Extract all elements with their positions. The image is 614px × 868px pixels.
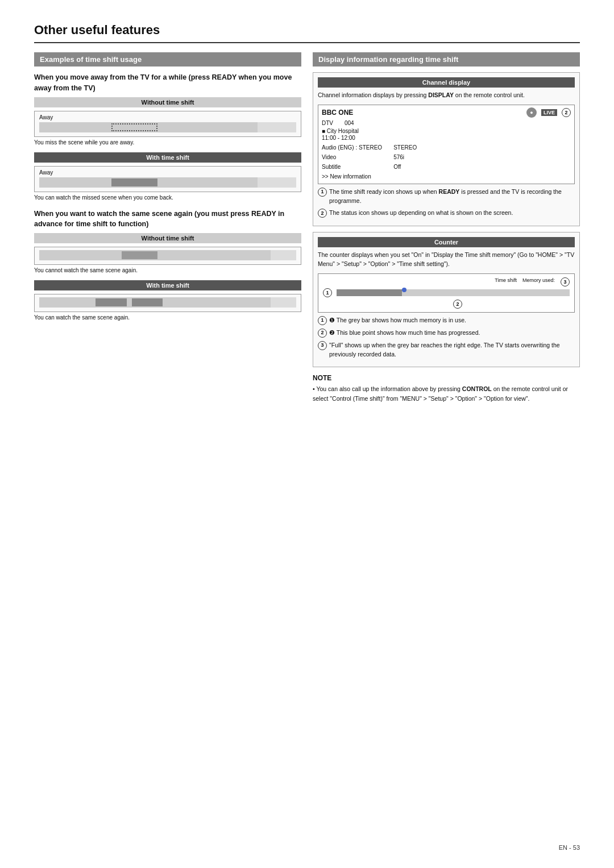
ready-icon: ●: [526, 107, 537, 118]
counter-note2: 2 ❷ This blue point shows how much time …: [318, 329, 575, 338]
page-number: EN - 53: [559, 844, 580, 851]
scenario1-block: When you move away from the TV for a whi…: [34, 72, 301, 202]
counter-visual-box: Time shift Memory used: 3 1 2: [318, 273, 575, 313]
subtitle-val: Off: [393, 162, 417, 172]
scenario1-heading: When you move away from the TV for a whi…: [34, 72, 301, 94]
note-title: NOTE: [313, 374, 580, 382]
note-section: NOTE • You can also call up the informat…: [313, 374, 580, 404]
circled-3: 3: [561, 277, 570, 286]
audio-row: Audio (ENG) : STEREO: [322, 143, 382, 152]
right-section-header: Display information regarding time shift: [313, 52, 580, 67]
counter-desc: The counter displays when you set "On" i…: [318, 251, 575, 269]
scenario1-without-diagram: Away: [34, 111, 301, 137]
counter-labels: Time shift Memory used: 3: [323, 277, 570, 286]
counter-note2-text: ❷ This blue point shows how much time ha…: [329, 329, 480, 338]
left-column: Examples of time shift usage When you mo…: [34, 52, 301, 329]
counter-circled-2-row: 2: [323, 300, 570, 309]
note-body: • You can also call up the information a…: [313, 384, 580, 404]
scenario2-without-header: Without time shift: [34, 233, 301, 243]
program-time: 11:00 - 12:00: [322, 135, 571, 141]
memory-label: Memory used:: [522, 277, 555, 286]
circled-1-note1: 1: [318, 188, 327, 197]
time-shift-label: Time shift: [495, 277, 517, 286]
scenario1-without-header: Without time shift: [34, 97, 301, 107]
dtv-num: 004: [345, 120, 354, 126]
channel-note1: 1 The time shift ready icon shows up whe…: [318, 188, 575, 206]
scenario1-without-label: Away: [39, 114, 296, 121]
scenario2-with-diagram: [34, 294, 301, 312]
counter-grey-fill: [337, 289, 402, 296]
channel-note2: 2 The status icon shows up depending on …: [318, 209, 575, 218]
circled-2-cnt-note: 2: [318, 329, 327, 338]
channel-name: BBC ONE: [322, 109, 353, 117]
video-val: 576i: [393, 152, 417, 162]
channel-info-box: BBC ONE ● LIVE 2 DTV 004 ■ City Hospital…: [318, 105, 575, 184]
circled-1-cnt-note: 1: [318, 316, 327, 325]
circled-1-counter: 1: [323, 288, 332, 297]
scenario2-heading: When you want to watch the same scene ag…: [34, 209, 301, 230]
audio-val: STEREO: [393, 143, 417, 152]
scenario2-without-desc: You cannot watch the same scene again.: [34, 266, 301, 275]
scenario1-with-label: Away: [39, 169, 296, 176]
channel-details: Audio (ENG) : STEREO Video Subtitle >> N…: [322, 143, 571, 181]
more-info-row: >> New information: [322, 172, 382, 181]
channel-display-subheader: Channel display: [318, 77, 575, 88]
counter-grey-bar: [337, 289, 570, 296]
counter-section: Counter The counter displays when you se…: [313, 232, 580, 367]
counter-note1: 1 ❶ The grey bar shows how much memory i…: [318, 316, 575, 325]
channel-display-section: Channel display Channel information disp…: [313, 72, 580, 226]
circled-2-icon: 2: [562, 108, 571, 117]
counter-bar-row: 1: [323, 288, 570, 297]
channel-note1-text: The time shift ready icon shows up when …: [329, 188, 575, 206]
scenario2-block: When you want to watch the same scene ag…: [34, 209, 301, 322]
page-title: Other useful features: [34, 23, 580, 43]
counter-note3-text: "Full" shows up when the grey bar reache…: [329, 341, 575, 359]
scenario1-with-diagram: Away: [34, 166, 301, 192]
dtv-label: DTV: [322, 120, 333, 126]
scenario2-with-desc: You can watch the same scene again.: [34, 313, 301, 322]
scenario2-without-diagram: [34, 247, 301, 265]
scenario1-without-bar: [39, 122, 296, 132]
counter-blue-dot: [402, 288, 406, 292]
scenario1-with-header: With time shift: [34, 152, 301, 163]
right-column: Display information regarding time shift…: [313, 52, 580, 404]
counter-subheader: Counter: [318, 237, 575, 247]
scenario2-with-bar: [39, 297, 296, 308]
dtv-row: DTV 004: [322, 120, 571, 126]
scenario2-with-header: With time shift: [34, 280, 301, 290]
counter-note3: 3 "Full" shows up when the grey bar reac…: [318, 341, 575, 359]
scenario2-without-bar: [39, 250, 296, 260]
scenario1-without-desc: You miss the scene while you are away.: [34, 138, 301, 147]
channel-detail-col2: STEREO 576i Off: [393, 143, 417, 181]
channel-display-intro: Channel information displays by pressing…: [318, 91, 575, 100]
subtitle-row: Subtitle: [322, 162, 382, 172]
channel-note2-text: The status icon shows up depending on wh…: [329, 209, 513, 218]
channel-detail-col1: Audio (ENG) : STEREO Video Subtitle >> N…: [322, 143, 382, 181]
counter-note1-text: ❶ The grey bar shows how much memory is …: [329, 316, 466, 325]
live-badge: LIVE: [541, 109, 557, 116]
channel-name-row: BBC ONE ● LIVE 2: [322, 107, 571, 118]
circled-3-cnt-note: 3: [318, 341, 327, 350]
scenario1-with-bar: [39, 177, 296, 188]
program-name: ■ City Hospital: [322, 128, 571, 134]
video-row: Video: [322, 152, 382, 162]
scenario1-with-desc: You can watch the missed scene when you …: [34, 193, 301, 202]
left-section-header: Examples of time shift usage: [34, 52, 301, 67]
circled-2-counter: 2: [453, 300, 462, 309]
circled-2-note2: 2: [318, 209, 327, 218]
